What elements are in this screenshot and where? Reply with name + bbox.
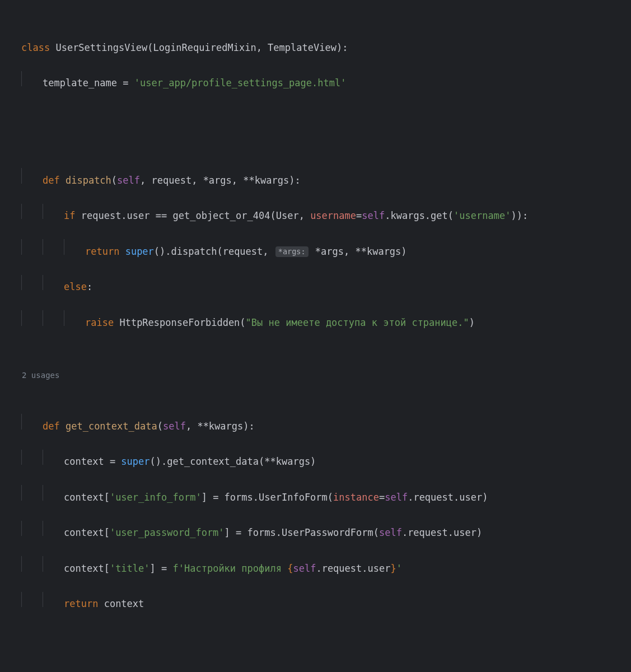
code-line: class UserSettingsView(LoginRequiredMixi… [0, 35, 631, 55]
code-editor[interactable]: class UserSettingsView(LoginRequiredMixi… [0, 0, 631, 672]
code-line: return context [0, 592, 631, 612]
code-line: template_name = 'user_app/profile_settin… [0, 71, 631, 91]
usages-hint[interactable]: 2 usages [0, 368, 631, 382]
code-line: else: [0, 275, 631, 295]
code-line: if request.user == get_object_or_404(Use… [0, 204, 631, 224]
code-line: context['user_info_form'] = forms.UserIn… [0, 485, 631, 505]
inlay-hint: *args: [275, 246, 309, 257]
code-line: def get_context_data(self, **kwargs): [0, 414, 631, 434]
code-line: def dispatch(self, request, *args, **kwa… [0, 168, 631, 188]
code-line: return super().dispatch(request, *args: … [0, 239, 631, 259]
code-line: context['user_password_form'] = forms.Us… [0, 521, 631, 541]
code-line: context['title'] = f'Настройки профиля {… [0, 556, 631, 576]
code-line: raise HttpResponseForbidden("Вы не имеет… [0, 310, 631, 330]
code-line: context = super().get_context_data(**kwa… [0, 450, 631, 470]
